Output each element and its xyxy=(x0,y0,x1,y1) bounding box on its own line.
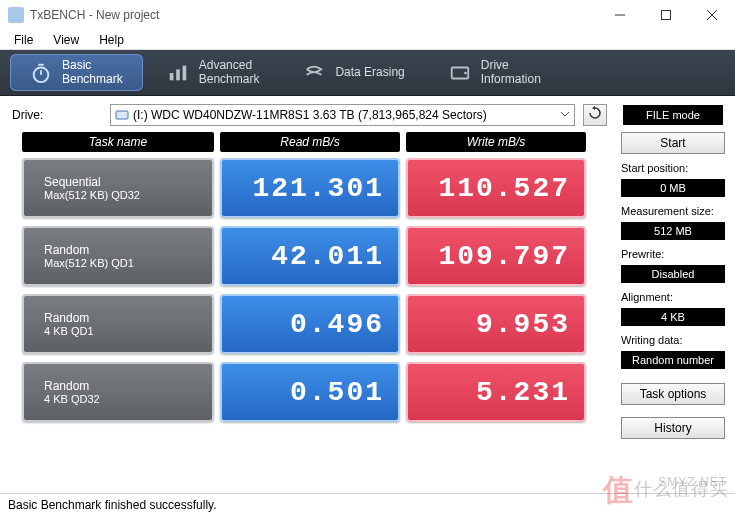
svg-rect-12 xyxy=(116,111,128,119)
titlebar: TxBENCH - New project xyxy=(0,0,735,30)
file-mode-button[interactable]: FILE mode xyxy=(623,105,723,125)
menu-view[interactable]: View xyxy=(45,31,87,49)
svg-point-11 xyxy=(464,71,467,74)
write-value: 110.527 xyxy=(406,158,586,218)
chevron-down-icon xyxy=(560,108,570,122)
read-value: 0.501 xyxy=(220,362,400,422)
alignment-value[interactable]: 4 KB xyxy=(621,308,725,326)
read-value: 42.011 xyxy=(220,226,400,286)
task-options-button[interactable]: Task options xyxy=(621,383,725,405)
options-panel: Start Start position: 0 MB Measurement s… xyxy=(621,132,725,439)
tab-drive-information[interactable]: DriveInformation xyxy=(429,54,561,91)
refresh-button[interactable] xyxy=(583,104,607,126)
prewrite-label: Prewrite: xyxy=(621,244,725,261)
tab-advanced-benchmark[interactable]: AdvancedBenchmark xyxy=(147,54,280,91)
header-task: Task name xyxy=(22,132,214,152)
tab-bar: BasicBenchmark AdvancedBenchmark Data Er… xyxy=(0,50,735,96)
drive-row: Drive: (I:) WDC WD40NDZW-11MR8S1 3.63 TB… xyxy=(0,96,735,132)
start-position-value[interactable]: 0 MB xyxy=(621,179,725,197)
task-row: Random 4 KB QD32 0.501 5.231 xyxy=(22,362,611,422)
svg-rect-1 xyxy=(662,11,671,20)
task-name[interactable]: Random Max(512 KB) QD1 xyxy=(22,226,214,286)
prewrite-value[interactable]: Disabled xyxy=(621,265,725,283)
window-title: TxBENCH - New project xyxy=(30,8,159,22)
minimize-button[interactable] xyxy=(597,0,643,30)
header-read: Read mB/s xyxy=(220,132,400,152)
stopwatch-icon xyxy=(30,62,52,84)
results-panel: Task name Read mB/s Write mB/s Sequentia… xyxy=(22,132,611,439)
app-icon xyxy=(8,7,24,23)
tab-label: DriveInformation xyxy=(481,59,541,87)
status-text: Basic Benchmark finished successfully. xyxy=(8,498,217,512)
tab-label: BasicBenchmark xyxy=(62,59,123,87)
menu-help[interactable]: Help xyxy=(91,31,132,49)
read-value: 0.496 xyxy=(220,294,400,354)
svg-rect-9 xyxy=(182,65,186,80)
write-value: 109.797 xyxy=(406,226,586,286)
tab-basic-benchmark[interactable]: BasicBenchmark xyxy=(10,54,143,91)
drive-select[interactable]: (I:) WDC WD40NDZW-11MR8S1 3.63 TB (7,813… xyxy=(110,104,575,126)
task-row: Random 4 KB QD1 0.496 9.953 xyxy=(22,294,611,354)
refresh-icon xyxy=(588,106,602,124)
tab-data-erasing[interactable]: Data Erasing xyxy=(283,54,424,91)
task-name[interactable]: Random 4 KB QD1 xyxy=(22,294,214,354)
erase-icon xyxy=(303,62,325,84)
history-button[interactable]: History xyxy=(621,417,725,439)
bars-icon xyxy=(167,62,189,84)
tab-label: Data Erasing xyxy=(335,66,404,80)
task-name[interactable]: Random 4 KB QD32 xyxy=(22,362,214,422)
drive-icon xyxy=(449,62,471,84)
start-position-label: Start position: xyxy=(621,158,725,175)
start-button[interactable]: Start xyxy=(621,132,725,154)
svg-rect-8 xyxy=(176,69,180,80)
menubar: File View Help xyxy=(0,30,735,50)
measurement-size-value[interactable]: 512 MB xyxy=(621,222,725,240)
results-header: Task name Read mB/s Write mB/s xyxy=(22,132,611,152)
writing-data-label: Writing data: xyxy=(621,330,725,347)
read-value: 121.301 xyxy=(220,158,400,218)
maximize-button[interactable] xyxy=(643,0,689,30)
task-row: Sequential Max(512 KB) QD32 121.301 110.… xyxy=(22,158,611,218)
drive-label: Drive: xyxy=(12,108,102,122)
watermark: 值什么值得买 xyxy=(603,470,729,511)
writing-data-value[interactable]: Random number xyxy=(621,351,725,369)
task-row: Random Max(512 KB) QD1 42.011 109.797 xyxy=(22,226,611,286)
task-name[interactable]: Sequential Max(512 KB) QD32 xyxy=(22,158,214,218)
svg-rect-7 xyxy=(169,73,173,80)
close-button[interactable] xyxy=(689,0,735,30)
header-write: Write mB/s xyxy=(406,132,586,152)
alignment-label: Alignment: xyxy=(621,287,725,304)
measurement-size-label: Measurement size: xyxy=(621,201,725,218)
write-value: 5.231 xyxy=(406,362,586,422)
disk-icon xyxy=(115,108,129,122)
drive-value: (I:) WDC WD40NDZW-11MR8S1 3.63 TB (7,813… xyxy=(133,108,487,122)
tab-label: AdvancedBenchmark xyxy=(199,59,260,87)
write-value: 9.953 xyxy=(406,294,586,354)
menu-file[interactable]: File xyxy=(6,31,41,49)
